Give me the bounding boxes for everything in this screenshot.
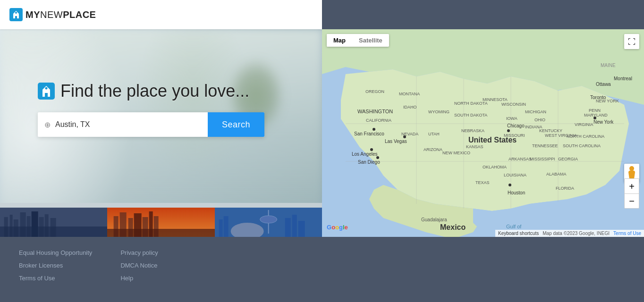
footer-link-dmca-notice[interactable]: DMCA Notice [120, 262, 158, 269]
svg-point-81 [373, 128, 375, 131]
svg-point-91 [508, 184, 511, 186]
svg-text:Houston: Houston [508, 190, 525, 195]
svg-text:ARIZONA: ARIZONA [424, 147, 442, 152]
svg-text:San Francisco: San Francisco [354, 131, 384, 136]
map-panel: WASHINGTON OREGON CALIFORNIA IDAHO MONTA… [322, 29, 644, 237]
svg-text:GEORGIA: GEORGIA [558, 157, 578, 161]
footer: Equal Housing Opportunity Broker License… [0, 238, 644, 302]
svg-text:IOWA: IOWA [506, 116, 517, 121]
logo-icon [9, 8, 23, 21]
search-bar: ⊕ Search [38, 112, 264, 137]
city-thumb-chicago[interactable] [107, 208, 214, 237]
cities-row [0, 208, 322, 237]
svg-point-83 [370, 148, 373, 151]
svg-text:WASHINGTON: WASHINGTON [357, 109, 393, 114]
fullscreen-button[interactable] [624, 34, 639, 49]
hero-title-text: Find the place you love... [60, 81, 249, 101]
footer-link-equal-housing[interactable]: Equal Housing Opportunity [19, 249, 92, 256]
svg-text:Los Angeles: Los Angeles [352, 151, 378, 157]
svg-text:KENTUCKY: KENTUCKY [539, 128, 562, 133]
svg-text:FLORIDA: FLORIDA [556, 186, 574, 191]
map-type-map-button[interactable]: Map [327, 34, 352, 47]
svg-point-3 [45, 87, 48, 90]
svg-text:MICHIGAN: MICHIGAN [525, 109, 546, 114]
svg-text:NEBRASKA: NEBRASKA [461, 128, 484, 133]
logo-text: MYNEWPLACE [25, 9, 96, 20]
svg-text:PENN: PENN [589, 108, 601, 113]
svg-text:New York: New York [593, 119, 614, 125]
header: MYNEWPLACE [0, 0, 322, 29]
map-type-bar: Map Satellite [327, 34, 389, 47]
svg-text:Google: Google [327, 224, 348, 231]
keyboard-shortcuts-link[interactable]: Keyboard shortcuts [498, 231, 539, 236]
svg-text:CALIFORNIA: CALIFORNIA [366, 118, 391, 123]
city-thumb-newyork[interactable] [0, 208, 107, 237]
footer-col-1: Equal Housing Opportunity Broker License… [19, 249, 92, 282]
svg-rect-29 [223, 216, 228, 237]
svg-text:San Diego: San Diego [358, 159, 380, 165]
svg-text:KANSAS: KANSAS [466, 144, 483, 149]
hero-title-container: Find the place you love... [38, 81, 264, 101]
search-input[interactable] [55, 120, 201, 129]
svg-text:Montreal: Montreal [614, 76, 632, 81]
svg-text:OKLAHOMA: OKLAHOMA [483, 165, 507, 169]
search-input-wrapper: ⊕ [38, 112, 208, 137]
footer-link-help[interactable]: Help [120, 275, 158, 282]
map-data-attribution: Map data ©2023 Google, INEGI [542, 231, 610, 236]
map-svg: WASHINGTON OREGON CALIFORNIA IDAHO MONTA… [322, 29, 644, 237]
svg-text:TENNESSEE: TENNESSEE [532, 143, 558, 148]
map-container[interactable]: WASHINGTON OREGON CALIFORNIA IDAHO MONTA… [322, 29, 644, 237]
city-thumb-seattle[interactable] [215, 208, 322, 237]
svg-text:WYOMING: WYOMING [428, 109, 449, 114]
location-icon: ⊕ [44, 120, 51, 129]
svg-text:LOUISIANA: LOUISIANA [504, 173, 526, 177]
terms-of-use-link[interactable]: Terms of Use [613, 231, 641, 236]
map-attribution-bar: Keyboard shortcuts Map data ©2023 Google… [495, 230, 644, 237]
hero-title-icon [38, 83, 55, 100]
footer-col-2: Privacy policy DMCA Notice Help [120, 249, 158, 282]
fullscreen-icon [628, 38, 636, 45]
svg-point-87 [403, 135, 406, 138]
svg-rect-14 [0, 226, 107, 237]
search-button[interactable]: Search [208, 112, 264, 137]
svg-text:UTAH: UTAH [428, 132, 440, 136]
svg-text:IDAHO: IDAHO [403, 105, 417, 109]
map-type-satellite-button[interactable]: Satellite [352, 34, 389, 47]
svg-point-85 [376, 156, 379, 159]
svg-text:Toronto: Toronto [590, 95, 606, 100]
svg-text:OREGON: OREGON [365, 89, 384, 94]
svg-text:MARYLAND: MARYLAND [584, 113, 608, 117]
zoom-out-button[interactable]: − [624, 193, 639, 209]
svg-text:MONTANA: MONTANA [399, 92, 420, 96]
svg-text:MINNESOTA: MINNESOTA [483, 97, 508, 102]
svg-text:ARKANSAS: ARKANSAS [508, 157, 532, 161]
logo[interactable]: MYNEWPLACE [9, 8, 96, 21]
svg-rect-23 [107, 229, 214, 237]
hero-content: Find the place you love... ⊕ Search [38, 81, 264, 137]
svg-rect-30 [285, 218, 290, 237]
svg-text:OHIO: OHIO [534, 117, 545, 122]
svg-text:TEXAS: TEXAS [475, 180, 490, 185]
svg-point-89 [507, 129, 510, 132]
svg-text:Gulf of: Gulf of [506, 224, 522, 229]
svg-text:MAINE: MAINE [601, 63, 616, 68]
svg-text:WISCONSIN: WISCONSIN [501, 102, 526, 107]
svg-rect-28 [219, 219, 222, 237]
footer-link-broker-licenses[interactable]: Broker Licenses [19, 262, 92, 269]
svg-text:MISSISSIPPI: MISSISSIPPI [530, 157, 555, 161]
svg-point-26 [260, 216, 277, 223]
svg-text:Ottawa: Ottawa [596, 82, 611, 87]
svg-text:Chicago: Chicago [507, 123, 525, 128]
svg-text:Guadalajara: Guadalajara [421, 217, 447, 222]
svg-point-1 [15, 12, 17, 14]
svg-rect-32 [298, 221, 305, 237]
svg-text:United States: United States [468, 136, 517, 144]
svg-text:SOUTH DAKOTA: SOUTH DAKOTA [454, 113, 487, 117]
svg-text:VIRGINIA: VIRGINIA [575, 122, 593, 127]
zoom-in-button[interactable]: + [624, 178, 639, 193]
footer-link-terms-of-use[interactable]: Terms of Use [19, 275, 92, 282]
svg-text:NORTH CAROLINA: NORTH CAROLINA [567, 134, 604, 139]
footer-link-privacy-policy[interactable]: Privacy policy [120, 249, 158, 256]
google-logo: Google [327, 223, 353, 233]
svg-text:NEW MEXICO: NEW MEXICO [442, 151, 470, 155]
